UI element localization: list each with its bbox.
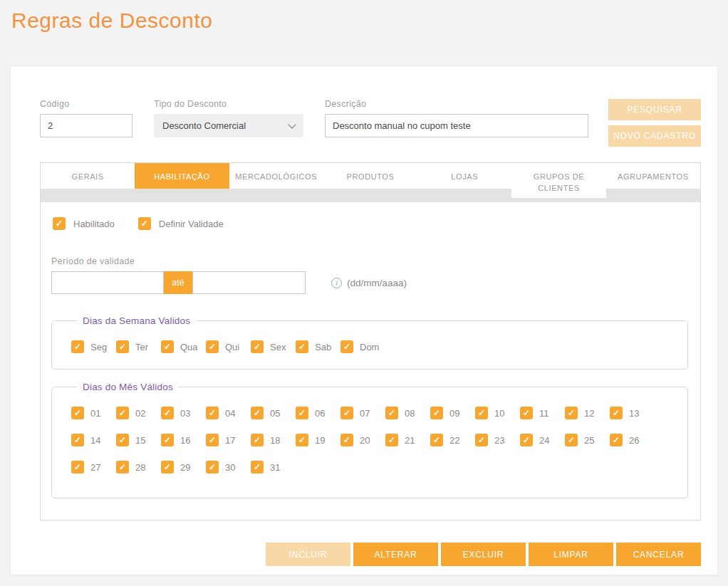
week-day-item[interactable]: ✓ Qua <box>161 340 206 353</box>
checkmark-icon: ✓ <box>478 408 485 418</box>
checked-checkbox: ✓ <box>206 461 219 473</box>
week-day-item[interactable]: ✓ Sab <box>296 340 340 353</box>
day-label: 10 <box>494 408 504 419</box>
footer-button[interactable]: LIMPAR <box>529 543 613 566</box>
week-day-item[interactable]: ✓ Seg <box>71 340 116 353</box>
week-day-item[interactable]: ✓ Qui <box>206 340 251 353</box>
month-day-item[interactable]: ✓ 20 <box>340 434 385 446</box>
month-day-item[interactable]: ✓ 30 <box>206 461 251 473</box>
checkmark-icon: ✓ <box>298 435 306 445</box>
checked-checkbox: ✓ <box>296 340 308 353</box>
codigo-input[interactable] <box>40 114 132 137</box>
ate-button[interactable]: até <box>164 271 192 294</box>
checked-checkbox: ✓ <box>340 340 353 353</box>
month-day-item[interactable]: ✓ 01 <box>71 407 116 419</box>
tab[interactable]: PRODUTOS <box>323 163 417 189</box>
tab[interactable]: LOJAS <box>417 163 511 189</box>
checked-checkbox: ✓ <box>161 407 174 419</box>
checked-checkbox: ✓ <box>71 407 84 419</box>
week-day-item[interactable]: ✓ Sex <box>251 340 296 353</box>
month-day-item[interactable]: ✓ 27 <box>71 461 116 473</box>
month-day-item[interactable]: ✓ 05 <box>251 407 296 419</box>
checkmark-icon: ✓ <box>56 219 63 229</box>
checked-checkbox: ✓ <box>385 407 398 419</box>
day-label: 18 <box>270 435 280 446</box>
month-day-item[interactable]: ✓ 14 <box>71 434 116 446</box>
checked-checkbox: ✓ <box>610 407 623 419</box>
month-day-item[interactable]: ✓ 22 <box>430 434 475 446</box>
checked-checkbox: ✓ <box>296 434 308 446</box>
month-day-item[interactable]: ✓ 29 <box>161 461 206 473</box>
tab[interactable]: HABILITAÇÃO <box>135 163 229 189</box>
data-inicio-input[interactable] <box>51 271 164 294</box>
tab-label: LOJAS <box>451 171 478 184</box>
descricao-input[interactable] <box>325 114 588 137</box>
checked-checkbox: ✓ <box>385 434 398 446</box>
month-day-item[interactable]: ✓ 12 <box>565 407 610 419</box>
month-day-item[interactable]: ✓ 13 <box>610 407 655 419</box>
data-fim-input[interactable] <box>192 271 306 294</box>
week-day-item[interactable]: ✓ Ter <box>116 340 161 353</box>
month-day-item[interactable]: ✓ 07 <box>340 407 385 419</box>
checked-checkbox: ✓ <box>251 340 264 353</box>
month-day-item[interactable]: ✓ 10 <box>475 407 520 419</box>
footer-button[interactable]: EXCLUIR <box>441 543 526 566</box>
checkmark-icon: ✓ <box>343 408 350 418</box>
checkmark-icon: ✓ <box>74 462 81 472</box>
checked-checkbox: ✓ <box>565 434 578 446</box>
week-day-item[interactable]: ✓ Dom <box>340 340 385 353</box>
day-label: 25 <box>584 435 594 446</box>
footer-button[interactable]: ALTERAR <box>353 543 438 566</box>
footer-button[interactable]: INCLUIR <box>266 543 350 566</box>
tab[interactable]: GRUPOS DE CLIENTES <box>511 163 605 198</box>
month-day-item[interactable]: ✓ 09 <box>430 407 475 419</box>
month-day-item[interactable]: ✓ 17 <box>206 434 251 446</box>
tab[interactable]: GERAIS <box>41 163 135 189</box>
pesquisar-button[interactable]: PESQUISAR <box>608 99 701 120</box>
checkbox-item[interactable]: ✓ Definir Validade <box>138 217 224 230</box>
enable-check-row: ✓ Habilitado ✓ Definir Validade <box>51 217 688 230</box>
footer-button[interactable]: CANCELAR <box>616 543 701 566</box>
month-day-item[interactable]: ✓ 25 <box>565 434 610 446</box>
checkbox-label: Habilitado <box>73 219 115 229</box>
month-day-item[interactable]: ✓ 11 <box>520 407 565 419</box>
day-label: Sab <box>315 342 331 352</box>
month-day-item[interactable]: ✓ 19 <box>296 434 340 446</box>
checkmark-icon: ✓ <box>388 435 395 445</box>
dias-semana-legend: Dias da Semana Validos <box>77 315 196 326</box>
day-label: 24 <box>539 435 549 446</box>
tab[interactable]: AGRUPAMENTOS <box>606 163 700 189</box>
tab[interactable]: MERCADOLÓGICOS <box>229 163 323 189</box>
checkbox-item[interactable]: ✓ Habilitado <box>53 217 115 230</box>
checkmark-icon: ✓ <box>119 435 126 445</box>
day-label: 01 <box>90 408 100 419</box>
day-label: 12 <box>584 408 594 419</box>
month-day-item[interactable]: ✓ 28 <box>116 461 161 473</box>
checked-checkbox: ✓ <box>206 407 219 419</box>
checkmark-icon: ✓ <box>119 342 126 352</box>
novo-cadastro-button[interactable]: NOVO CADASTRO <box>608 125 701 147</box>
checkmark-icon: ✓ <box>164 435 171 445</box>
month-day-item[interactable]: ✓ 16 <box>161 434 206 446</box>
periodo-validade-section: Período de validade até i (dd/mm/aaaa) <box>51 256 688 294</box>
month-day-item[interactable]: ✓ 08 <box>385 407 430 419</box>
month-day-item[interactable]: ✓ 26 <box>610 434 655 446</box>
tipo-desconto-select[interactable]: Desconto Comercial <box>154 114 303 137</box>
checkmark-icon: ✓ <box>478 435 485 445</box>
tab-panel: GERAIS HABILITAÇÃO MERCADOLÓGICOS PRODUT… <box>40 162 701 520</box>
month-day-item[interactable]: ✓ 18 <box>251 434 296 446</box>
checkmark-icon: ✓ <box>254 342 261 352</box>
month-day-item[interactable]: ✓ 31 <box>251 461 296 473</box>
month-day-item[interactable]: ✓ 21 <box>385 434 430 446</box>
day-label: 19 <box>315 435 325 446</box>
month-day-item[interactable]: ✓ 24 <box>520 434 565 446</box>
checked-checkbox: ✓ <box>565 407 578 419</box>
month-day-item[interactable]: ✓ 02 <box>116 407 161 419</box>
month-day-item[interactable]: ✓ 06 <box>296 407 340 419</box>
month-day-item[interactable]: ✓ 23 <box>475 434 520 446</box>
month-day-item[interactable]: ✓ 03 <box>161 407 206 419</box>
month-day-item[interactable]: ✓ 04 <box>206 407 251 419</box>
month-day-item[interactable]: ✓ 15 <box>116 434 161 446</box>
codigo-label: Código <box>40 99 132 109</box>
day-label: 30 <box>225 462 235 473</box>
